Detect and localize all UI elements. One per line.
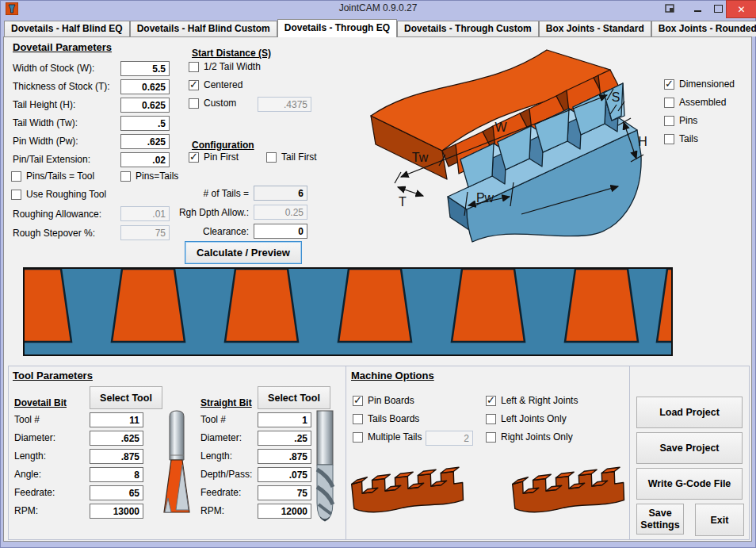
- exit-button[interactable]: Exit: [695, 504, 744, 536]
- thickness-of-stock-input[interactable]: [120, 79, 170, 94]
- depth-per-pass-input[interactable]: [258, 467, 311, 482]
- pins-eq-tails-label: Pins=Tails: [136, 171, 178, 182]
- tail-width-input[interactable]: [120, 116, 170, 131]
- load-project-button[interactable]: Load Project: [636, 397, 743, 428]
- rgh-depth-allow-input: [254, 205, 307, 220]
- left-joints-only-checkbox[interactable]: [486, 414, 496, 424]
- pin-boards-label: Pin Boards: [368, 395, 414, 406]
- dovetail-angle-label: Angle:: [14, 469, 41, 480]
- dovetail-parameters-heading: Dovetail Parameters: [13, 41, 112, 53]
- machine-options-heading: Machine Options: [351, 370, 434, 381]
- tool-parameters-heading: Tool Parameters: [13, 370, 93, 381]
- thickness-of-stock-label: Thickness of Stock (T):: [13, 81, 110, 92]
- close-icon: ✕: [737, 4, 745, 15]
- straight-feedrate-label: Feedrate:: [200, 487, 241, 498]
- dovetail-tool-number-label: Tool #: [14, 414, 40, 425]
- maximize-icon: [714, 5, 723, 13]
- half-tail-width-label: 1/2 Tail Width: [204, 61, 261, 72]
- dovetail-tool-number-input[interactable]: [90, 412, 143, 427]
- start-distance-heading: Start Distance (S): [192, 48, 271, 59]
- tail-height-label: Tail Height (H):: [13, 99, 75, 110]
- joint-preview-strip: [23, 267, 673, 356]
- roughing-allowance-label: Roughing Allowance:: [13, 209, 101, 220]
- straight-tool-number-input[interactable]: [258, 412, 311, 427]
- tail-first-checkbox[interactable]: [266, 152, 277, 163]
- clearance-label: Clearance:: [158, 226, 249, 237]
- dovetail-rpm-input[interactable]: [90, 504, 143, 519]
- tab-box-joints-rounded[interactable]: Box Joints - Rounded: [651, 21, 756, 36]
- rgh-depth-allow-label: Rgh Dpth Allow.:: [158, 207, 249, 218]
- straight-length-input[interactable]: [258, 449, 311, 464]
- half-tail-width-checkbox[interactable]: [189, 62, 199, 72]
- close-button[interactable]: ✕: [726, 0, 756, 18]
- dovetail-diameter-input[interactable]: [90, 431, 143, 446]
- pin-first-checkbox[interactable]: [189, 152, 199, 163]
- straight-bit-image: [309, 409, 341, 523]
- tails-boards-label: Tails Boards: [368, 413, 419, 424]
- tab-dovetails-half-blind-eq[interactable]: Dovetails - Half Blind EQ: [4, 21, 130, 36]
- tab-dovetails-half-blind-custom[interactable]: Dovetails - Half Blind Custom: [130, 21, 277, 36]
- pin-tail-extension-input[interactable]: [120, 152, 170, 167]
- straight-rpm-input[interactable]: [258, 504, 311, 519]
- custom-checkbox[interactable]: [189, 98, 199, 109]
- multiple-tails-count-input: [426, 431, 473, 446]
- dovetail-length-input[interactable]: [90, 449, 143, 464]
- left-right-joints-label: Left & Right Joints: [501, 395, 578, 406]
- left-right-joints-checkbox[interactable]: [486, 396, 496, 406]
- num-tails-label: # of Tails =: [158, 188, 249, 199]
- tab-dovetails-through-custom[interactable]: Dovetails - Through Custom: [397, 21, 539, 36]
- dovetail-rpm-label: RPM:: [14, 505, 38, 516]
- pins-eq-tails-checkbox[interactable]: [120, 171, 131, 182]
- left-joints-only-label: Left Joints Only: [501, 413, 567, 424]
- jointcam-window: { "titlebar": { "title": "JointCAM 0.9.0…: [0, 0, 756, 548]
- width-of-stock-input[interactable]: [120, 61, 170, 76]
- clearance-input[interactable]: [254, 224, 307, 239]
- pin-boards-checkbox[interactable]: [353, 396, 363, 406]
- write-gcode-button[interactable]: Write G-Code File: [636, 468, 743, 500]
- multiple-tails-checkbox[interactable]: [353, 432, 363, 443]
- save-settings-button[interactable]: Save Settings: [636, 504, 684, 535]
- maximize-button[interactable]: [710, 0, 726, 17]
- save-project-button[interactable]: Save Project: [636, 432, 743, 464]
- dovetail-angle-input[interactable]: [90, 467, 143, 482]
- straight-bit-heading: Straight Bit: [200, 397, 252, 408]
- straight-rpm-label: RPM:: [200, 505, 224, 516]
- dovetail-diameter-label: Diameter:: [14, 432, 55, 443]
- calculate-preview-button[interactable]: Calculate / Preview: [185, 241, 302, 264]
- joint-diagram: S W Tw H T Pw: [349, 38, 725, 268]
- diagram-label-w: W: [494, 121, 507, 134]
- pins-tails-tool-checkbox[interactable]: [11, 171, 21, 182]
- configuration-heading: Configuration: [192, 140, 254, 151]
- use-roughing-tool-checkbox[interactable]: [11, 190, 21, 200]
- diagram-label-tw: Tw: [412, 151, 429, 164]
- pin-first-label: Pin First: [204, 151, 239, 163]
- minimize-icon: [694, 10, 701, 12]
- pin-width-label: Pin Width (Pw):: [13, 136, 78, 147]
- diagram-label-s: S: [612, 90, 620, 104]
- centered-checkbox[interactable]: [189, 80, 199, 90]
- straight-diameter-input[interactable]: [258, 431, 311, 446]
- multiple-tails-label: Multiple Tails: [368, 431, 422, 443]
- pins-tails-tool-label: Pins/Tails = Tool: [26, 171, 94, 182]
- tails-boards-checkbox[interactable]: [353, 414, 363, 424]
- dovetail-feedrate-label: Feedrate:: [14, 487, 55, 498]
- select-straight-tool-button[interactable]: Select Tool: [258, 386, 330, 409]
- right-joints-only-checkbox[interactable]: [486, 432, 496, 443]
- diagram-label-t: T: [399, 195, 407, 209]
- dovetail-feedrate-input[interactable]: [90, 485, 143, 500]
- straight-feedrate-input[interactable]: [258, 485, 311, 500]
- tab-dovetails-through-eq[interactable]: Dovetails - Through EQ: [277, 19, 397, 37]
- tail-height-input[interactable]: [120, 98, 170, 113]
- system-menu-icon[interactable]: [662, 0, 677, 17]
- custom-label: Custom: [204, 98, 236, 109]
- num-tails-value: [254, 186, 307, 201]
- straight-tool-number-label: Tool #: [200, 414, 226, 425]
- width-of-stock-label: Width of Stock (W):: [13, 63, 94, 74]
- tail-first-label: Tail First: [281, 151, 317, 163]
- tab-box-joints-standard[interactable]: Box Joints - Standard: [539, 21, 651, 36]
- diagram-label-pw: Pw: [476, 191, 494, 205]
- select-dovetail-tool-button[interactable]: Select Tool: [90, 386, 162, 409]
- pin-width-input[interactable]: [120, 134, 170, 149]
- minimize-button[interactable]: [689, 0, 705, 17]
- dovetail-bit-heading: Dovetail Bit: [14, 397, 67, 408]
